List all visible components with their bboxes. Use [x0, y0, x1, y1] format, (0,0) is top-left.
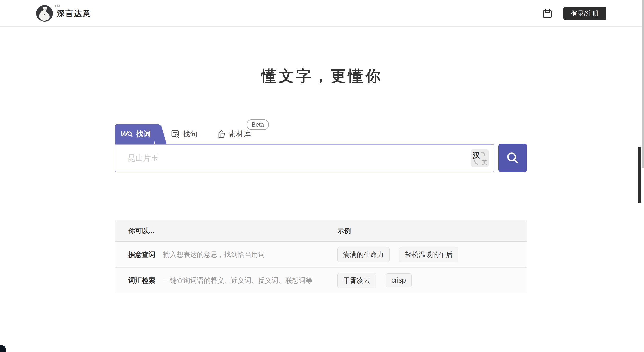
- search-tabs: W 找词 找句 素材库 Beta: [115, 124, 417, 144]
- table-row: 词汇检索 一键查询词语的释义、近义词、反义词、联想词等 干霄凌云 crisp: [115, 267, 527, 293]
- example-chip[interactable]: 满满的生命力: [337, 247, 390, 262]
- header-capability: 你可以...: [115, 226, 337, 235]
- tab-find-sentence-label: 找句: [183, 129, 197, 139]
- login-register-button[interactable]: 登录/注册: [564, 7, 606, 20]
- tab-material-library-label: 素材库: [229, 129, 251, 139]
- language-toggle[interactable]: 汉 英: [471, 149, 489, 167]
- book-icon: [42, 7, 47, 11]
- tab-find-word-label: 找词: [136, 129, 151, 139]
- tab-find-word[interactable]: W 找词: [115, 124, 164, 144]
- whale-logo-icon: [36, 5, 53, 22]
- lang-chinese-label: 汉: [473, 151, 480, 161]
- table-row: 据意查词 输入想表达的意思，找到恰当用词 满满的生命力 轻松温暖的午后: [115, 242, 527, 267]
- capabilities-table: 你可以... 示例 据意查词 输入想表达的意思，找到恰当用词 满满的生命力 轻松…: [115, 220, 527, 293]
- thumbs-up-icon: [217, 130, 225, 138]
- top-navbar: TM 深言达意 登录/注册: [0, 0, 644, 27]
- search-button[interactable]: [498, 144, 527, 172]
- tab-find-sentence[interactable]: 找句: [171, 124, 197, 144]
- tab-material-library[interactable]: 素材库: [217, 124, 251, 144]
- browser-scrollbar[interactable]: [642, 0, 644, 168]
- example-chip[interactable]: 轻松温暖的午后: [399, 247, 458, 262]
- brand-logo-link[interactable]: TM 深言达意: [36, 5, 97, 22]
- beta-badge: Beta: [247, 119, 269, 130]
- capability-name: 据意查词: [128, 250, 155, 259]
- whale-eye: [44, 14, 45, 15]
- example-chip[interactable]: 干霄凌云: [337, 273, 376, 288]
- example-chip[interactable]: crisp: [386, 273, 412, 287]
- lang-english-label: 英: [482, 159, 487, 166]
- chat-widget-corner[interactable]: [0, 345, 6, 352]
- search-input[interactable]: [115, 144, 494, 172]
- search-icon: [505, 150, 520, 166]
- sentence-search-icon: [171, 130, 179, 138]
- word-search-icon: W: [120, 130, 133, 138]
- capability-desc: 输入想表达的意思，找到恰当用词: [163, 250, 265, 259]
- calendar-icon[interactable]: [542, 8, 553, 19]
- capability-name: 词汇检索: [128, 276, 155, 285]
- table-header-row: 你可以... 示例: [115, 220, 527, 242]
- overlay-scrollbar-thumb[interactable]: [638, 147, 641, 203]
- trademark-mark: TM: [54, 4, 60, 8]
- page-title: 懂文字，更懂你: [0, 66, 644, 86]
- capability-desc: 一键查询词语的释义、近义词、反义词、联想词等: [163, 276, 312, 285]
- brand-name: 深言达意: [57, 10, 91, 18]
- header-example: 示例: [337, 226, 527, 235]
